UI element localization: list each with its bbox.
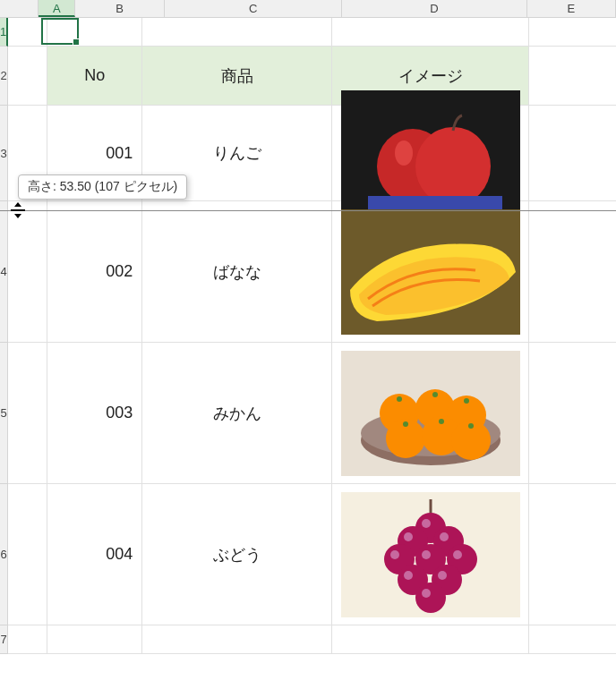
row-7 [8,625,616,654]
cell-image-6[interactable] [332,484,529,625]
svg-point-16 [403,421,408,427]
body-area: 1234567 No 商品 イメージ 001りんご002ばなな003みかん004… [0,18,616,654]
cell-A7[interactable] [8,625,47,653]
spreadsheet: ABCDE 1234567 No 商品 イメージ 001りんご002ばなな003… [0,0,616,689]
cell-D7[interactable] [332,625,529,653]
svg-point-37 [438,571,447,580]
cell-D1[interactable] [332,18,529,46]
cell-B1[interactable] [47,18,142,46]
column-headers: ABCDE [0,0,616,18]
banana-image[interactable] [341,209,520,335]
cell-C1[interactable] [142,18,332,46]
cell-A1[interactable] [8,18,47,46]
cell-E1[interactable] [529,18,616,46]
svg-point-38 [415,583,446,613]
cell-C7[interactable] [142,625,332,653]
row-6: 004ぶどう [8,484,616,625]
cell-E5[interactable] [529,343,616,483]
grape-image[interactable] [341,492,520,617]
column-header-D[interactable]: D [342,0,526,17]
row-header-3[interactable]: 3 [0,106,8,201]
column-header-C[interactable]: C [165,0,343,17]
row-header-4[interactable]: 4 [0,201,8,343]
cell-image-5[interactable] [332,343,529,483]
column-header-E[interactable]: E [527,0,616,17]
cell-no-5[interactable]: 003 [47,343,142,483]
cell-no-4[interactable]: 002 [47,201,142,342]
row-1 [8,18,616,47]
svg-point-10 [397,396,402,402]
cell-name-4[interactable]: ばなな [142,201,332,342]
svg-point-23 [422,519,431,528]
row-2: No 商品 イメージ [8,47,616,106]
svg-point-31 [422,550,431,559]
row-header-2[interactable]: 2 [0,47,8,106]
header-product[interactable]: 商品 [142,47,332,105]
cell-E2[interactable] [529,47,616,105]
row-header-5[interactable]: 5 [0,343,8,484]
svg-point-2 [415,127,491,206]
header-no[interactable]: No [47,47,142,105]
svg-point-27 [440,532,449,541]
row-header-6[interactable]: 6 [0,484,8,625]
cell-image-3[interactable] [332,106,529,200]
cell-A2[interactable] [8,47,47,105]
cells-grid[interactable]: No 商品 イメージ 001りんご002ばなな003みかん004ぶどう [8,18,616,654]
cell-A4[interactable] [8,201,47,342]
cell-A6[interactable] [8,484,47,625]
cell-A5[interactable] [8,343,47,483]
row-resize-cursor-icon [9,201,27,219]
row-4: 002ばなな [8,201,616,343]
column-header-A[interactable]: A [38,0,75,17]
svg-point-14 [464,398,469,404]
row-5: 003みかん [8,343,616,484]
apple-image[interactable] [341,90,520,216]
cell-image-4[interactable] [332,201,529,342]
cell-B7[interactable] [47,625,142,653]
cell-name-5[interactable]: みかん [142,343,332,483]
svg-point-25 [404,532,413,541]
svg-point-20 [468,423,474,429]
svg-point-3 [395,140,413,166]
orange-image[interactable] [341,351,520,476]
svg-point-39 [422,589,431,598]
cell-E6[interactable] [529,484,616,625]
svg-point-18 [439,419,444,424]
cell-E7[interactable] [529,625,616,653]
row-headers: 1234567 [0,18,8,654]
cell-E4[interactable] [529,201,616,342]
svg-point-29 [390,550,399,559]
row-height-tooltip: 高さ: 53.50 (107 ピクセル) [18,174,187,200]
column-header-B[interactable]: B [75,0,164,17]
row-resize-guideline [0,210,616,211]
row-header-1[interactable]: 1 [0,18,8,47]
cell-no-6[interactable]: 004 [47,484,142,625]
row-header-7[interactable]: 7 [0,625,8,654]
svg-point-35 [404,571,413,580]
select-all-corner[interactable] [0,0,38,18]
cell-name-6[interactable]: ぶどう [142,484,332,625]
svg-point-12 [432,392,438,397]
cell-E3[interactable] [529,106,616,200]
svg-point-33 [453,550,462,559]
